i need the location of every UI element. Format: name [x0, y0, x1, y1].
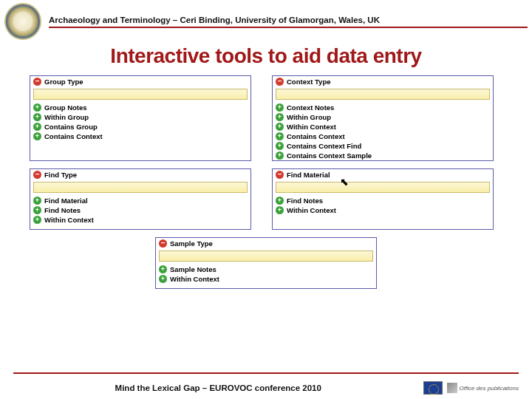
panel-group-title: Group Type — [44, 78, 83, 86]
expand-icon[interactable] — [276, 132, 284, 140]
findmat-item[interactable]: Within Context — [273, 205, 493, 215]
expand-icon[interactable] — [33, 216, 41, 224]
panel-find-material-header[interactable]: Find Material — [273, 169, 493, 180]
panels-area: Group Type Group Notes Within Group Cont… — [0, 75, 532, 289]
item-label: Within Context — [287, 206, 336, 214]
expand-icon[interactable] — [33, 113, 41, 121]
item-label: Within Group — [44, 113, 89, 121]
collapse-icon[interactable] — [276, 171, 284, 179]
expand-icon[interactable] — [276, 123, 284, 131]
expand-icon[interactable] — [33, 103, 41, 112]
group-item[interactable]: Contains Group — [30, 122, 250, 132]
expand-icon[interactable] — [33, 197, 41, 205]
collapse-icon[interactable] — [33, 78, 41, 86]
panel-context-title: Context Type — [287, 78, 330, 86]
item-label: Contains Context Sample — [287, 151, 372, 160]
slide-header: Archaeology and Terminology – Ceri Bindi… — [0, 0, 532, 40]
item-label: Within Group — [287, 113, 331, 121]
group-item[interactable]: Contains Context — [30, 132, 250, 141]
collapse-icon[interactable] — [276, 78, 284, 86]
context-item[interactable]: Contains Context — [273, 132, 493, 141]
expand-icon[interactable] — [276, 113, 284, 121]
collapse-icon[interactable] — [33, 171, 41, 179]
find-type-input[interactable] — [33, 182, 248, 193]
item-label: Within Context — [287, 123, 336, 131]
publisher-label: Office des publications — [460, 385, 519, 392]
group-item[interactable]: Within Group — [30, 112, 250, 122]
publisher-logo: Office des publications — [447, 383, 519, 393]
expand-icon[interactable] — [276, 206, 284, 214]
expand-icon[interactable] — [276, 103, 284, 112]
panel-sample-title: Sample Type — [170, 239, 213, 248]
item-label: Contains Context Find — [287, 142, 361, 150]
expand-icon[interactable] — [33, 206, 41, 214]
item-label: Group Notes — [44, 103, 87, 112]
expand-icon[interactable] — [276, 142, 284, 150]
panel-sample: Sample Type Sample Notes Within Context — [155, 237, 377, 289]
context-item[interactable]: Contains Context Sample — [273, 151, 493, 160]
footer-text: Mind the Lexical Gap – EUROVOC conferenc… — [13, 383, 423, 392]
eu-flag-icon — [423, 381, 443, 395]
slide-footer: Mind the Lexical Gap – EUROVOC conferenc… — [0, 381, 532, 395]
mouse-cursor-icon: ⬉ — [340, 176, 349, 188]
sample-item[interactable]: Sample Notes — [156, 265, 376, 274]
expand-icon[interactable] — [276, 197, 284, 205]
expand-icon[interactable] — [159, 265, 167, 273]
find-item[interactable]: Find Material — [30, 196, 250, 205]
panel-sample-header[interactable]: Sample Type — [156, 238, 376, 249]
expand-icon[interactable] — [276, 151, 284, 160]
panel-find-material-title: Find Material — [287, 171, 330, 179]
panel-group-header[interactable]: Group Type — [30, 76, 250, 87]
context-item[interactable]: Context Notes — [273, 103, 493, 112]
item-label: Within Context — [170, 275, 219, 283]
context-item[interactable]: Within Group — [273, 112, 493, 122]
panel-find-header[interactable]: Find Type — [30, 169, 250, 180]
context-item[interactable]: Within Context — [273, 122, 493, 132]
item-label: Find Notes — [287, 197, 323, 205]
item-label: Contains Context — [287, 132, 345, 140]
item-label: Sample Notes — [170, 265, 216, 273]
group-item[interactable]: Group Notes — [30, 103, 250, 112]
findmat-item[interactable]: Find Notes — [273, 196, 493, 205]
expand-icon[interactable] — [159, 275, 167, 283]
panel-find: Find Type Find Material Find Notes Withi… — [30, 168, 251, 230]
item-label: Find Material — [44, 197, 88, 205]
header-subtitle: Archaeology and Terminology – Ceri Bindi… — [49, 16, 528, 28]
publisher-mark-icon — [447, 383, 457, 393]
collapse-icon[interactable] — [159, 239, 167, 248]
panel-find-material: Find Material Find Notes Within Context — [272, 168, 494, 230]
footer-logos: Office des publications — [423, 381, 519, 395]
panel-context: Context Type Context Notes Within Group … — [272, 75, 494, 161]
university-logo — [4, 3, 41, 40]
panel-context-header[interactable]: Context Type — [273, 76, 493, 87]
sample-type-input[interactable] — [159, 250, 373, 262]
item-label: Contains Context — [44, 132, 103, 140]
find-item[interactable]: Within Context — [30, 215, 250, 225]
context-item[interactable]: Contains Context Find — [273, 141, 493, 151]
find-material-input[interactable] — [276, 182, 490, 193]
context-type-input[interactable] — [276, 89, 490, 100]
footer-divider — [13, 372, 519, 374]
slide-title: Interactive tools to aid data entry — [0, 44, 532, 68]
panel-find-title: Find Type — [44, 171, 77, 179]
item-label: Within Context — [44, 216, 94, 224]
item-label: Context Notes — [287, 103, 334, 112]
item-label: Find Notes — [44, 206, 81, 214]
find-item[interactable]: Find Notes — [30, 205, 250, 215]
panel-group: Group Type Group Notes Within Group Cont… — [30, 75, 251, 161]
item-label: Contains Group — [44, 123, 98, 131]
group-type-input[interactable] — [33, 89, 248, 100]
expand-icon[interactable] — [33, 123, 41, 131]
sample-item[interactable]: Within Context — [156, 274, 376, 284]
expand-icon[interactable] — [33, 132, 41, 140]
